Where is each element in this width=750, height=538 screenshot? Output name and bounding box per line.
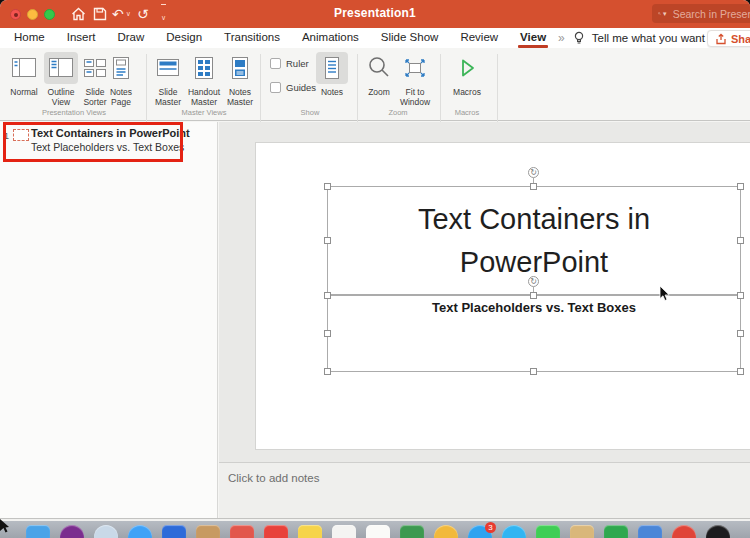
resize-handle[interactable] (737, 292, 744, 299)
tab-transitions[interactable]: Transitions (224, 31, 280, 45)
ribbon-tabs: Home Insert Draw Design Transitions Anim… (0, 28, 750, 48)
mouse-cursor-icon (659, 285, 671, 302)
dock-app-icon[interactable] (332, 525, 356, 538)
rotate-handle[interactable]: ↻ (528, 276, 539, 287)
rotate-handle[interactable]: ↻ (528, 167, 539, 178)
outline-view-icon (48, 56, 74, 80)
notes-page-icon (110, 56, 132, 80)
dock-app-icon[interactable] (196, 525, 220, 538)
search-input[interactable]: ▼ Search in Presenta (652, 4, 750, 23)
search-scope-chevron-icon[interactable]: ▼ (662, 11, 668, 17)
macros-button[interactable]: Macros (448, 52, 486, 97)
dock-app-icon[interactable] (298, 525, 322, 538)
resize-handle[interactable] (737, 368, 744, 375)
titlebar: ↶∨ ↺ ∨ Presentation1 ▼ Search in Present… (0, 0, 750, 28)
resize-handle[interactable] (324, 183, 331, 190)
annotation-highlight-box (3, 122, 183, 162)
guides-checkbox[interactable]: Guides (270, 82, 316, 93)
resize-handle[interactable] (530, 183, 537, 190)
checkbox-icon (270, 82, 281, 93)
share-button[interactable]: Share (707, 30, 750, 47)
tab-insert[interactable]: Insert (67, 31, 96, 45)
powerpoint-window: ↶∨ ↺ ∨ Presentation1 ▼ Search in Present… (0, 0, 750, 538)
tab-animations[interactable]: Animations (302, 31, 359, 45)
lightbulb-icon (573, 31, 585, 45)
tab-draw[interactable]: Draw (117, 31, 144, 45)
resize-handle[interactable] (530, 292, 537, 299)
screen-edge-cursor-icon (0, 519, 10, 533)
search-icon (658, 8, 661, 19)
tab-overflow-icon[interactable]: » (558, 31, 565, 45)
resize-handle[interactable] (324, 330, 331, 337)
resize-handle[interactable] (530, 368, 537, 375)
resize-handle[interactable] (324, 292, 331, 299)
dock-app-icon[interactable] (638, 525, 662, 538)
normal-view-button[interactable]: Normal (5, 52, 43, 97)
notes-placeholder[interactable]: Click to add notes (228, 472, 319, 484)
group-label-show: Show (268, 108, 352, 117)
dock-app-icon[interactable] (60, 525, 84, 538)
dock-app-icon[interactable] (502, 525, 526, 538)
group-label-presentation-views: Presentation Views (4, 108, 144, 117)
dock-app-icon[interactable] (672, 525, 696, 538)
notes-page-button[interactable]: Notes Page (104, 52, 138, 107)
tab-home[interactable]: Home (14, 31, 45, 45)
dock-app-icon[interactable] (230, 525, 254, 538)
macros-icon (455, 56, 479, 80)
handout-master-button[interactable]: Handout Master (186, 52, 222, 107)
dock-app-icon[interactable] (400, 525, 424, 538)
tab-design[interactable]: Design (166, 31, 202, 45)
slide-master-icon (155, 56, 181, 80)
tab-review[interactable]: Review (460, 31, 498, 45)
group-label-zoom: Zoom (360, 108, 436, 117)
dock-app-icon[interactable] (264, 525, 288, 538)
notes-icon (322, 56, 342, 80)
resize-handle[interactable] (737, 237, 744, 244)
slide-title-text[interactable]: Text Containers in PowerPoint (327, 198, 741, 284)
zoom-button[interactable]: Zoom (362, 52, 396, 97)
handout-master-icon (192, 56, 216, 80)
outline-view-button[interactable]: Outline View (44, 52, 78, 107)
window-title: Presentation1 (0, 6, 750, 20)
screen: ↶∨ ↺ ∨ Presentation1 ▼ Search in Present… (0, 0, 750, 538)
dock-app-icon[interactable] (128, 525, 152, 538)
dock-app-icon[interactable] (570, 525, 594, 538)
search-placeholder: Search in Presenta (673, 8, 750, 20)
fit-to-window-button[interactable]: Fit to Window (396, 52, 434, 107)
dock-app-icon[interactable] (536, 525, 560, 538)
group-label-macros: Macros (444, 108, 490, 117)
dock-app-icon[interactable] (706, 525, 730, 538)
notes-master-button[interactable]: Notes Master (224, 52, 256, 107)
dock-app-icon[interactable] (162, 525, 186, 538)
notes-master-icon (229, 56, 251, 80)
notes-pane[interactable]: Click to add notes (219, 462, 750, 518)
slide-master-button[interactable]: Slide Master (152, 52, 184, 107)
share-icon (715, 33, 727, 45)
ribbon-view: Normal Outline View Slide Sorter Notes P… (0, 48, 750, 121)
dock-app-icon[interactable] (94, 525, 118, 538)
resize-handle[interactable] (737, 183, 744, 190)
resize-handle[interactable] (324, 368, 331, 375)
dock[interactable]: 3 (0, 521, 750, 538)
fit-to-window-icon (401, 56, 429, 80)
outline-pane[interactable]: 1 Text Containers in PowerPoint Text Pla… (0, 122, 218, 518)
dock-app-icon[interactable] (26, 525, 50, 538)
slide-subtitle-text[interactable]: Text Placeholders vs. Text Boxes (327, 300, 741, 315)
zoom-icon (366, 55, 392, 81)
dock-app-icon[interactable] (604, 525, 628, 538)
resize-handle[interactable] (324, 237, 331, 244)
dock-app-icon[interactable]: 3 (468, 525, 492, 538)
tab-slide-show[interactable]: Slide Show (381, 31, 439, 45)
resize-handle[interactable] (737, 330, 744, 337)
dock-app-icon[interactable] (366, 525, 390, 538)
checkbox-icon (270, 58, 281, 69)
normal-view-icon (11, 56, 37, 80)
dock-app-icon[interactable] (434, 525, 458, 538)
tab-view[interactable]: View (520, 31, 546, 45)
group-label-master-views: Master Views (150, 108, 258, 117)
notes-toggle-button[interactable]: Notes (316, 52, 348, 97)
ruler-checkbox[interactable]: Ruler (270, 58, 309, 69)
